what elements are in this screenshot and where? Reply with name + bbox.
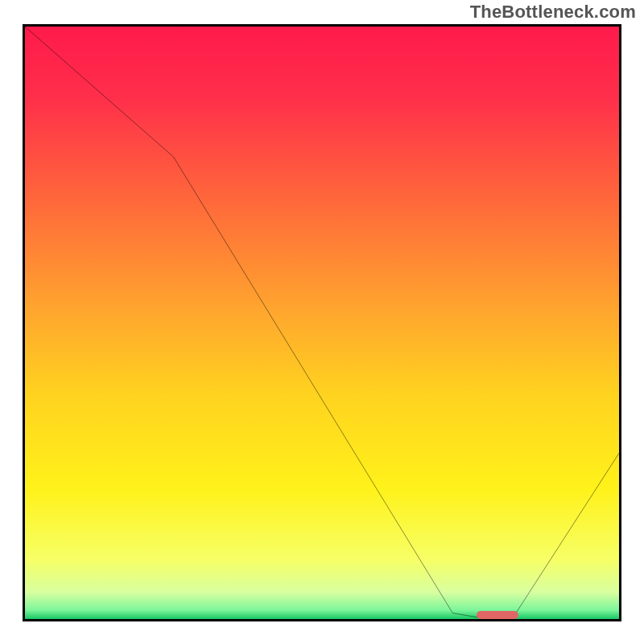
chart-container: { "watermark": "TheBottleneck.com", "cha… [0, 0, 644, 644]
bottleneck-curve [25, 27, 619, 619]
optimal-marker [477, 611, 518, 619]
curve-svg [25, 27, 619, 619]
watermark-text: TheBottleneck.com [470, 2, 636, 23]
plot-frame [23, 24, 621, 621]
